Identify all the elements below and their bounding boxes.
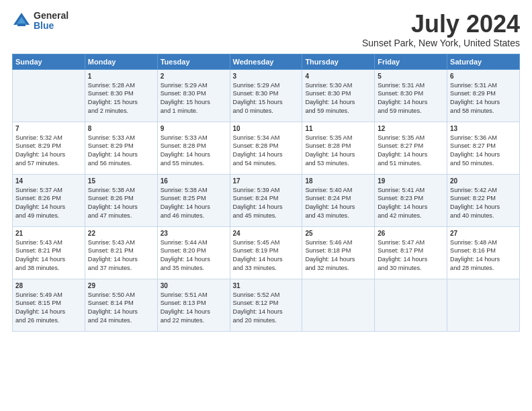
calendar-week-row: 14Sunrise: 5:37 AM Sunset: 8:26 PM Dayli… xyxy=(13,174,520,226)
weekday-header-cell: Tuesday xyxy=(157,54,230,69)
page: General Blue July 2024 Sunset Park, New … xyxy=(0,0,532,411)
day-info: Sunrise: 5:33 AM Sunset: 8:29 PM Dayligh… xyxy=(88,134,154,169)
calendar-cell: 6Sunrise: 5:31 AM Sunset: 8:29 PM Daylig… xyxy=(447,69,520,122)
day-number: 13 xyxy=(450,125,517,132)
calendar-cell xyxy=(447,279,520,331)
calendar-cell: 16Sunrise: 5:38 AM Sunset: 8:25 PM Dayli… xyxy=(157,174,230,226)
day-info: Sunrise: 5:32 AM Sunset: 8:29 PM Dayligh… xyxy=(15,134,82,169)
day-number: 31 xyxy=(233,282,300,289)
weekday-header-cell: Friday xyxy=(375,54,447,69)
day-number: 9 xyxy=(161,125,227,132)
title-block: July 2024 Sunset Park, New York, United … xyxy=(362,11,520,48)
month-title: July 2024 xyxy=(362,11,520,38)
calendar-cell: 4Sunrise: 5:30 AM Sunset: 8:30 PM Daylig… xyxy=(302,69,375,122)
calendar-cell: 5Sunrise: 5:31 AM Sunset: 8:30 PM Daylig… xyxy=(375,69,447,122)
calendar-cell: 14Sunrise: 5:37 AM Sunset: 8:26 PM Dayli… xyxy=(13,174,85,226)
day-number: 23 xyxy=(161,230,227,237)
calendar-cell: 21Sunrise: 5:43 AM Sunset: 8:21 PM Dayli… xyxy=(13,226,85,279)
day-info: Sunrise: 5:44 AM Sunset: 8:20 PM Dayligh… xyxy=(161,238,227,273)
calendar-week-row: 21Sunrise: 5:43 AM Sunset: 8:21 PM Dayli… xyxy=(13,226,520,279)
day-number: 18 xyxy=(305,177,371,185)
calendar-cell: 2Sunrise: 5:29 AM Sunset: 8:30 PM Daylig… xyxy=(157,69,230,122)
calendar-cell: 10Sunrise: 5:34 AM Sunset: 8:28 PM Dayli… xyxy=(230,122,302,174)
day-info: Sunrise: 5:36 AM Sunset: 8:27 PM Dayligh… xyxy=(450,134,517,169)
day-number: 4 xyxy=(305,73,371,80)
day-info: Sunrise: 5:37 AM Sunset: 8:26 PM Dayligh… xyxy=(15,186,82,221)
calendar-body: 1Sunrise: 5:28 AM Sunset: 8:30 PM Daylig… xyxy=(13,69,520,331)
day-info: Sunrise: 5:33 AM Sunset: 8:28 PM Dayligh… xyxy=(161,134,227,169)
calendar-cell: 30Sunrise: 5:51 AM Sunset: 8:13 PM Dayli… xyxy=(157,279,230,331)
weekday-header-cell: Saturday xyxy=(447,54,520,69)
calendar-cell: 20Sunrise: 5:42 AM Sunset: 8:22 PM Dayli… xyxy=(447,174,520,226)
calendar-cell: 31Sunrise: 5:52 AM Sunset: 8:12 PM Dayli… xyxy=(230,279,302,331)
logo-general: General xyxy=(34,11,69,21)
calendar-cell: 22Sunrise: 5:43 AM Sunset: 8:21 PM Dayli… xyxy=(85,226,157,279)
day-number: 21 xyxy=(15,230,82,237)
logo-blue: Blue xyxy=(34,21,69,31)
calendar-cell: 28Sunrise: 5:49 AM Sunset: 8:15 PM Dayli… xyxy=(13,279,85,331)
day-number: 19 xyxy=(378,177,444,185)
calendar-cell xyxy=(302,279,375,331)
calendar-cell: 29Sunrise: 5:50 AM Sunset: 8:14 PM Dayli… xyxy=(85,279,157,331)
day-number: 1 xyxy=(88,73,154,80)
day-number: 3 xyxy=(233,73,300,80)
day-info: Sunrise: 5:43 AM Sunset: 8:21 PM Dayligh… xyxy=(15,238,82,273)
day-info: Sunrise: 5:31 AM Sunset: 8:30 PM Dayligh… xyxy=(378,81,444,116)
calendar-cell xyxy=(375,279,447,331)
day-info: Sunrise: 5:45 AM Sunset: 8:19 PM Dayligh… xyxy=(233,238,300,273)
day-info: Sunrise: 5:39 AM Sunset: 8:24 PM Dayligh… xyxy=(233,186,300,221)
day-number: 28 xyxy=(15,282,82,289)
day-info: Sunrise: 5:48 AM Sunset: 8:16 PM Dayligh… xyxy=(450,238,517,273)
day-number: 22 xyxy=(88,230,154,237)
day-number: 20 xyxy=(450,177,517,185)
day-info: Sunrise: 5:28 AM Sunset: 8:30 PM Dayligh… xyxy=(88,81,154,116)
calendar-cell: 26Sunrise: 5:47 AM Sunset: 8:17 PM Dayli… xyxy=(375,226,447,279)
calendar-cell: 15Sunrise: 5:38 AM Sunset: 8:26 PM Dayli… xyxy=(85,174,157,226)
day-info: Sunrise: 5:35 AM Sunset: 8:28 PM Dayligh… xyxy=(305,134,371,169)
day-info: Sunrise: 5:50 AM Sunset: 8:14 PM Dayligh… xyxy=(88,291,154,326)
day-info: Sunrise: 5:38 AM Sunset: 8:26 PM Dayligh… xyxy=(88,186,154,221)
calendar-cell: 7Sunrise: 5:32 AM Sunset: 8:29 PM Daylig… xyxy=(13,122,85,174)
day-number: 14 xyxy=(15,177,82,185)
day-number: 15 xyxy=(88,177,154,185)
calendar-cell: 24Sunrise: 5:45 AM Sunset: 8:19 PM Dayli… xyxy=(230,226,302,279)
day-number: 16 xyxy=(161,177,227,185)
day-number: 12 xyxy=(378,125,444,132)
logo: General Blue xyxy=(12,11,69,32)
weekday-header-cell: Thursday xyxy=(302,54,375,69)
svg-rect-2 xyxy=(17,24,26,26)
calendar-cell: 8Sunrise: 5:33 AM Sunset: 8:29 PM Daylig… xyxy=(85,122,157,174)
day-info: Sunrise: 5:40 AM Sunset: 8:24 PM Dayligh… xyxy=(305,186,371,221)
day-info: Sunrise: 5:34 AM Sunset: 8:28 PM Dayligh… xyxy=(233,134,300,169)
calendar-cell: 13Sunrise: 5:36 AM Sunset: 8:27 PM Dayli… xyxy=(447,122,520,174)
day-info: Sunrise: 5:30 AM Sunset: 8:30 PM Dayligh… xyxy=(305,81,371,116)
calendar-cell: 3Sunrise: 5:29 AM Sunset: 8:30 PM Daylig… xyxy=(230,69,302,122)
calendar-cell: 1Sunrise: 5:28 AM Sunset: 8:30 PM Daylig… xyxy=(85,69,157,122)
day-info: Sunrise: 5:51 AM Sunset: 8:13 PM Dayligh… xyxy=(161,291,227,326)
calendar-week-row: 7Sunrise: 5:32 AM Sunset: 8:29 PM Daylig… xyxy=(13,122,520,174)
day-number: 5 xyxy=(378,73,444,80)
day-info: Sunrise: 5:41 AM Sunset: 8:23 PM Dayligh… xyxy=(378,186,444,221)
day-number: 17 xyxy=(233,177,300,185)
weekday-header-cell: Sunday xyxy=(13,54,85,69)
calendar-cell: 11Sunrise: 5:35 AM Sunset: 8:28 PM Dayli… xyxy=(302,122,375,174)
day-number: 24 xyxy=(233,230,300,237)
day-info: Sunrise: 5:46 AM Sunset: 8:18 PM Dayligh… xyxy=(305,238,371,273)
day-info: Sunrise: 5:35 AM Sunset: 8:27 PM Dayligh… xyxy=(378,134,444,169)
day-info: Sunrise: 5:29 AM Sunset: 8:30 PM Dayligh… xyxy=(233,81,300,116)
day-number: 27 xyxy=(450,230,517,237)
calendar-week-row: 28Sunrise: 5:49 AM Sunset: 8:15 PM Dayli… xyxy=(13,279,520,331)
day-number: 30 xyxy=(161,282,227,289)
day-info: Sunrise: 5:38 AM Sunset: 8:25 PM Dayligh… xyxy=(161,186,227,221)
calendar-cell: 19Sunrise: 5:41 AM Sunset: 8:23 PM Dayli… xyxy=(375,174,447,226)
calendar-table: SundayMondayTuesdayWednesdayThursdayFrid… xyxy=(12,54,520,332)
logo-icon xyxy=(12,11,31,30)
day-number: 8 xyxy=(88,125,154,132)
weekday-header-cell: Monday xyxy=(85,54,157,69)
weekday-header-cell: Wednesday xyxy=(230,54,302,69)
calendar-cell: 12Sunrise: 5:35 AM Sunset: 8:27 PM Dayli… xyxy=(375,122,447,174)
location-title: Sunset Park, New York, United States xyxy=(362,38,520,48)
calendar-cell: 18Sunrise: 5:40 AM Sunset: 8:24 PM Dayli… xyxy=(302,174,375,226)
header: General Blue July 2024 Sunset Park, New … xyxy=(12,11,520,48)
day-number: 29 xyxy=(88,282,154,289)
